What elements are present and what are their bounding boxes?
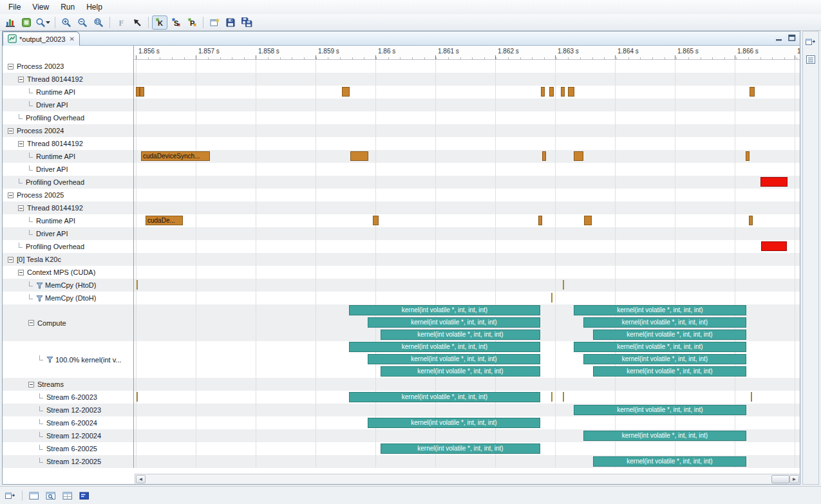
- timeline-row-thread-80144192[interactable]: [134, 137, 800, 150]
- timeline-row-stream-6-20024[interactable]: kernel(int volatile *, int, int, int): [134, 416, 800, 429]
- timeline-row-stream-6-20025[interactable]: kernel(int volatile *, int, int, int): [134, 442, 800, 455]
- menu-view[interactable]: View: [26, 1, 55, 13]
- tree-row-thread-80144192[interactable]: Thread 80144192: [3, 201, 133, 214]
- timeline-bar[interactable]: cudaDe...: [146, 216, 183, 225]
- save-button[interactable]: [223, 15, 238, 30]
- timeline-row-compute[interactable]: kernel(int volatile *, int, int, int)ker…: [134, 304, 800, 341]
- timeline-bar[interactable]: kernel(int volatile *, int, int, int): [349, 305, 540, 315]
- collapse-toggle-icon[interactable]: [18, 270, 24, 275]
- menu-help[interactable]: Help: [80, 1, 108, 13]
- restore-views-button[interactable]: [804, 35, 817, 48]
- timeline-mark[interactable]: [137, 392, 138, 402]
- tree-row-driver-api[interactable]: Driver API: [3, 227, 133, 240]
- import-session-button[interactable]: [19, 15, 34, 30]
- timeline-bar[interactable]: kernel(int volatile *, int, int, int): [368, 317, 540, 328]
- tree-row-stream-6-20023[interactable]: Stream 6-20023: [3, 391, 133, 404]
- timeline-mark[interactable]: [746, 151, 750, 161]
- scrollbar-thumb[interactable]: [771, 475, 789, 483]
- menu-run[interactable]: Run: [55, 1, 80, 13]
- tab-output-20023[interactable]: *output_20023 ✕: [3, 32, 80, 46]
- timeline-mark[interactable]: [541, 87, 545, 97]
- timeline-row-stream-12-20025[interactable]: kernel(int volatile *, int, int, int): [134, 455, 800, 468]
- timeline-row-runtime-api[interactable]: [134, 86, 800, 98]
- horizontal-scrollbar[interactable]: ◄ ►: [135, 474, 800, 484]
- timeline-row-streams[interactable]: [134, 378, 800, 391]
- timeline-mark[interactable]: [538, 216, 542, 225]
- timeline-row-runtime-api[interactable]: cudaDeviceSynch...: [134, 150, 800, 163]
- timeline-mark[interactable]: [749, 216, 753, 225]
- timeline-row-stream-12-20023[interactable]: kernel(int volatile *, int, int, int): [134, 404, 800, 416]
- timeline-bar[interactable]: kernel(int volatile *, int, int, int): [368, 354, 540, 364]
- tree-row-stream-12-20024[interactable]: Stream 12-20024: [3, 429, 133, 442]
- collapse-toggle-icon[interactable]: [8, 128, 14, 134]
- timeline-mark[interactable]: [549, 87, 554, 97]
- tree-row-runtime-api[interactable]: Runtime API: [3, 86, 133, 98]
- timeline-mark[interactable]: [140, 87, 144, 97]
- tree-row-profiling-overhead[interactable]: Profiling Overhead: [3, 176, 133, 189]
- tree-row-context-mps-cuda[interactable]: Context MPS (CUDA): [3, 266, 133, 279]
- timeline-row-process-20025[interactable]: [134, 189, 800, 201]
- timeline-bar[interactable]: kernel(int volatile *, int, int, int): [574, 305, 746, 315]
- kernel-mode-button[interactable]: K: [152, 15, 167, 30]
- timeline-mark[interactable]: [561, 87, 565, 97]
- tree-row-compute[interactable]: Compute: [3, 304, 133, 341]
- timeline-bar[interactable]: kernel(int volatile *, int, int, int): [381, 330, 540, 340]
- timeline-row-driver-api[interactable]: [134, 163, 800, 176]
- timeline-row-100-0-kernel-int-v[interactable]: kernel(int volatile *, int, int, int)ker…: [134, 341, 800, 378]
- timeline-bar[interactable]: kernel(int volatile *, int, int, int): [593, 366, 746, 377]
- tree-row-profiling-overhead[interactable]: Profiling Overhead: [3, 240, 133, 253]
- collapse-toggle-icon[interactable]: [8, 257, 14, 263]
- timeline-row-driver-api[interactable]: [134, 98, 800, 111]
- timeline-row-runtime-api[interactable]: cudaDe...: [134, 214, 800, 227]
- timeline-mark[interactable]: [563, 280, 564, 290]
- timeline-mark[interactable]: [342, 87, 350, 97]
- tree-row-runtime-api[interactable]: Runtime API: [3, 214, 133, 227]
- timeline-row-stream-12-20024[interactable]: kernel(int volatile *, int, int, int): [134, 429, 800, 442]
- timeline-row-0-tesla-k20c[interactable]: [134, 253, 800, 266]
- timeline-mark[interactable]: [551, 293, 552, 303]
- timeline-ruler[interactable]: 1.856 s1.857 s1.858 s1.859 s1.86 s1.861 …: [134, 46, 800, 60]
- timeline-row-stream-6-20023[interactable]: kernel(int volatile *, int, int, int): [134, 391, 800, 404]
- tree-row-profiling-overhead[interactable]: Profiling Overhead: [3, 111, 133, 124]
- timeline-mark[interactable]: [551, 392, 552, 402]
- minimize-button[interactable]: [775, 34, 784, 43]
- timeline-mark[interactable]: [563, 392, 564, 402]
- tree-row-0-tesla-k20c[interactable]: [0] Tesla K20c: [3, 253, 133, 266]
- timeline-bar[interactable]: kernel(int volatile *, int, int, int): [593, 330, 746, 340]
- filter-button[interactable]: F: [113, 15, 129, 30]
- timeline-row-thread-80144192[interactable]: [134, 201, 800, 214]
- zoom-in-button[interactable]: [59, 15, 74, 30]
- timeline-row-memcpy-htod[interactable]: [134, 279, 800, 292]
- cpu-details-view-button[interactable]: [61, 489, 75, 502]
- timeline-bar[interactable]: cudaDeviceSynch...: [141, 151, 210, 161]
- timeline-canvas[interactable]: cudaDeviceSynch...cudaDe...kernel(int vo…: [134, 60, 800, 468]
- tree-row-driver-api[interactable]: Driver API: [3, 163, 133, 176]
- timeline-mark[interactable]: [574, 151, 583, 161]
- collapse-toggle-icon[interactable]: [18, 141, 24, 147]
- tree-row-100-0-kernel-int-v[interactable]: 100.0% kernel(int v...: [3, 341, 133, 378]
- tree-row-stream-6-20025[interactable]: Stream 6-20025: [3, 442, 133, 455]
- timeline-mark[interactable]: [761, 241, 787, 251]
- timeline-mark[interactable]: [137, 280, 138, 290]
- profile-application-button[interactable]: [3, 15, 18, 30]
- tree-row-thread-80144192[interactable]: Thread 80144192: [3, 137, 133, 150]
- timeline-bar[interactable]: kernel(int volatile *, int, int, int): [381, 366, 540, 377]
- timeline-bar[interactable]: kernel(int volatile *, int, int, int): [574, 405, 746, 415]
- scroll-right-button[interactable]: ►: [789, 475, 799, 483]
- tree-row-memcpy-dtoh[interactable]: MemCpy (DtoH): [3, 292, 133, 304]
- timeline-bar[interactable]: kernel(int volatile *, int, int, int): [368, 418, 540, 428]
- collapse-toggle-icon[interactable]: [28, 382, 34, 387]
- timeline-mark[interactable]: [350, 151, 368, 161]
- timeline-bar[interactable]: kernel(int volatile *, int, int, int): [381, 443, 540, 454]
- timeline-row-profiling-overhead[interactable]: [134, 111, 800, 124]
- tree-row-process-20024[interactable]: Process 20024: [3, 124, 133, 137]
- timeline-bar[interactable]: kernel(int volatile *, int, int, int): [349, 392, 540, 402]
- collapse-toggle-icon[interactable]: [8, 192, 14, 198]
- fast-view-bar-button[interactable]: [3, 489, 17, 502]
- tree-row-streams[interactable]: Streams: [3, 378, 133, 391]
- tab-close-icon[interactable]: ✕: [70, 35, 75, 42]
- timeline-mark[interactable]: [760, 177, 788, 187]
- timeline-bar[interactable]: kernel(int volatile *, int, int, int): [574, 342, 746, 352]
- tree-row-runtime-api[interactable]: Runtime API: [3, 150, 133, 163]
- tree-row-stream-12-20023[interactable]: Stream 12-20023: [3, 404, 133, 416]
